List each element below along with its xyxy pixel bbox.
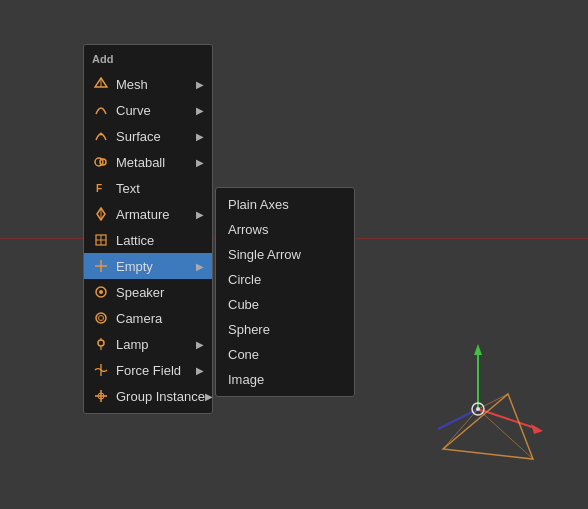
empty-label: Empty <box>116 259 153 274</box>
forcefield-label: Force Field <box>116 363 181 378</box>
svg-marker-1 <box>474 344 482 355</box>
add-menu-container: Add Mesh ▶ Curve ▶ <box>83 44 355 414</box>
armature-arrow: ▶ <box>196 209 204 220</box>
3d-object <box>388 319 568 479</box>
curve-arrow: ▶ <box>196 105 204 116</box>
submenu-item-single-arrow[interactable]: Single Arrow <box>216 242 354 267</box>
lamp-label: Lamp <box>116 337 149 352</box>
camera-icon <box>92 309 110 327</box>
menu-title: Add <box>84 49 212 71</box>
text-label: Text <box>116 181 140 196</box>
submenu-item-image[interactable]: Image <box>216 367 354 392</box>
submenu-item-cone[interactable]: Cone <box>216 342 354 367</box>
submenu-item-cube[interactable]: Cube <box>216 292 354 317</box>
metaball-arrow: ▶ <box>196 157 204 168</box>
armature-label: Armature <box>116 207 169 222</box>
menu-item-lamp[interactable]: Lamp ▶ <box>84 331 212 357</box>
arrows-label: Arrows <box>228 222 268 237</box>
svg-point-27 <box>99 316 104 321</box>
empty-icon <box>92 257 110 275</box>
curve-label: Curve <box>116 103 151 118</box>
menu-item-armature[interactable]: Armature ▶ <box>84 201 212 227</box>
metaball-icon <box>92 153 110 171</box>
surface-arrow: ▶ <box>196 131 204 142</box>
groupinstance-arrow: ▶ <box>205 391 213 402</box>
mesh-icon <box>92 75 110 93</box>
armature-icon <box>92 205 110 223</box>
menu-item-empty[interactable]: Empty ▶ <box>84 253 212 279</box>
lamp-icon <box>92 335 110 353</box>
svg-point-26 <box>96 313 106 323</box>
add-menu: Add Mesh ▶ Curve ▶ <box>83 44 213 414</box>
surface-label: Surface <box>116 129 161 144</box>
svg-line-8 <box>478 409 533 459</box>
single-arrow-label: Single Arrow <box>228 247 301 262</box>
menu-item-lattice[interactable]: Lattice <box>84 227 212 253</box>
speaker-label: Speaker <box>116 285 164 300</box>
forcefield-icon <box>92 361 110 379</box>
forcefield-arrow: ▶ <box>196 365 204 376</box>
cone-label: Cone <box>228 347 259 362</box>
menu-item-metaball[interactable]: Metaball ▶ <box>84 149 212 175</box>
svg-text:F: F <box>96 183 102 194</box>
svg-point-10 <box>476 407 480 411</box>
menu-item-groupinstance[interactable]: Group Instance ▶ <box>84 383 212 409</box>
svg-marker-3 <box>531 424 543 434</box>
svg-line-6 <box>443 409 478 449</box>
menu-item-forcefield[interactable]: Force Field ▶ <box>84 357 212 383</box>
svg-point-13 <box>100 133 103 136</box>
menu-item-surface[interactable]: Surface ▶ <box>84 123 212 149</box>
menu-item-camera[interactable]: Camera <box>84 305 212 331</box>
text-icon: F <box>92 179 110 197</box>
svg-point-25 <box>99 290 103 294</box>
plain-axes-label: Plain Axes <box>228 197 289 212</box>
sphere-label: Sphere <box>228 322 270 337</box>
speaker-icon <box>92 283 110 301</box>
metaball-label: Metaball <box>116 155 165 170</box>
lattice-icon <box>92 231 110 249</box>
lattice-label: Lattice <box>116 233 154 248</box>
menu-item-speaker[interactable]: Speaker <box>84 279 212 305</box>
lamp-arrow: ▶ <box>196 339 204 350</box>
camera-label: Camera <box>116 311 162 326</box>
groupinstance-icon <box>92 387 110 405</box>
image-label: Image <box>228 372 264 387</box>
submenu-item-sphere[interactable]: Sphere <box>216 317 354 342</box>
menu-item-text[interactable]: F Text <box>84 175 212 201</box>
surface-icon <box>92 127 110 145</box>
menu-item-curve[interactable]: Curve ▶ <box>84 97 212 123</box>
submenu-item-plain-axes[interactable]: Plain Axes <box>216 192 354 217</box>
menu-item-mesh[interactable]: Mesh ▶ <box>84 71 212 97</box>
groupinstance-label: Group Instance <box>116 389 205 404</box>
submenu-item-arrows[interactable]: Arrows <box>216 217 354 242</box>
submenu-item-circle[interactable]: Circle <box>216 267 354 292</box>
empty-submenu: Plain Axes Arrows Single Arrow Circle Cu… <box>215 187 355 397</box>
svg-point-28 <box>98 340 104 346</box>
curve-icon <box>92 101 110 119</box>
mesh-label: Mesh <box>116 77 148 92</box>
empty-arrow: ▶ <box>196 261 204 272</box>
circle-label: Circle <box>228 272 261 287</box>
mesh-arrow: ▶ <box>196 79 204 90</box>
cube-label: Cube <box>228 297 259 312</box>
